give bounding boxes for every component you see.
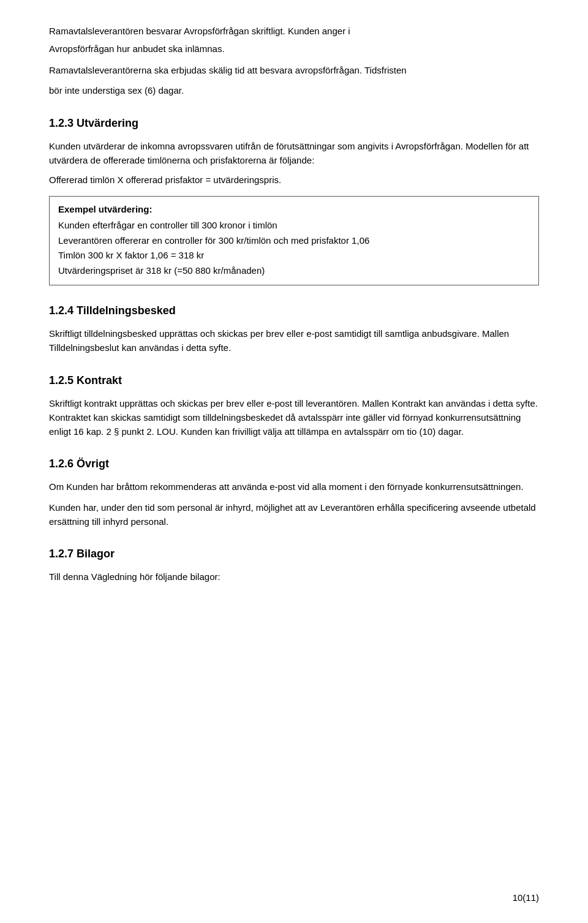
example-line1: Kunden efterfrågar en controller till 30…	[58, 219, 530, 233]
section-125-para1: Skriftligt kontrakt upprättas och skicka…	[49, 396, 539, 439]
page-footer: 10(11)	[513, 891, 539, 905]
section-126-para1: Om Kunden har bråttom rekommenderas att …	[49, 480, 539, 494]
example-box-title: Exempel utvärdering:	[58, 203, 530, 217]
example-line4: Utvärderingspriset är 318 kr (=50 880 kr…	[58, 264, 530, 278]
example-box: Exempel utvärdering: Kunden efterfrågar …	[49, 196, 539, 286]
section-125-heading: 1.2.5 Kontrakt	[49, 372, 539, 389]
section-124-heading: 1.2.4 Tilldelningsbesked	[49, 303, 539, 319]
intro-line2: Avropsförfrågan hur anbudet ska inlämnas…	[49, 42, 539, 56]
section-123-heading: 1.2.3 Utvärdering	[49, 115, 539, 132]
section-123-para1: Kunden utvärderar de inkomna avropssvare…	[49, 139, 539, 168]
section-126-heading: 1.2.6 Övrigt	[49, 456, 539, 472]
page: Ramavtalsleverantören besvarar Avropsför…	[0, 0, 588, 923]
section-126-para2: Kunden har, under den tid som personal ä…	[49, 500, 539, 529]
example-line2: Leverantören offererar en controller för…	[58, 234, 530, 248]
intro-line4: bör inte understiga sex (6) dagar.	[49, 83, 539, 97]
section-124-para1: Skriftligt tilldelningsbesked upprättas …	[49, 326, 539, 355]
section-127-para1: Till denna Vägledning hör följande bilag…	[49, 570, 539, 584]
section-123-formula: Offererad timlön X offererad prisfaktor …	[49, 173, 539, 187]
section-127-heading: 1.2.7 Bilagor	[49, 546, 539, 562]
intro-line3: Ramavtalsleverantörerna ska erbjudas skä…	[49, 63, 539, 77]
example-line3: Timlön 300 kr X faktor 1,06 = 318 kr	[58, 249, 530, 263]
intro-line1: Ramavtalsleverantören besvarar Avropsför…	[49, 24, 539, 39]
